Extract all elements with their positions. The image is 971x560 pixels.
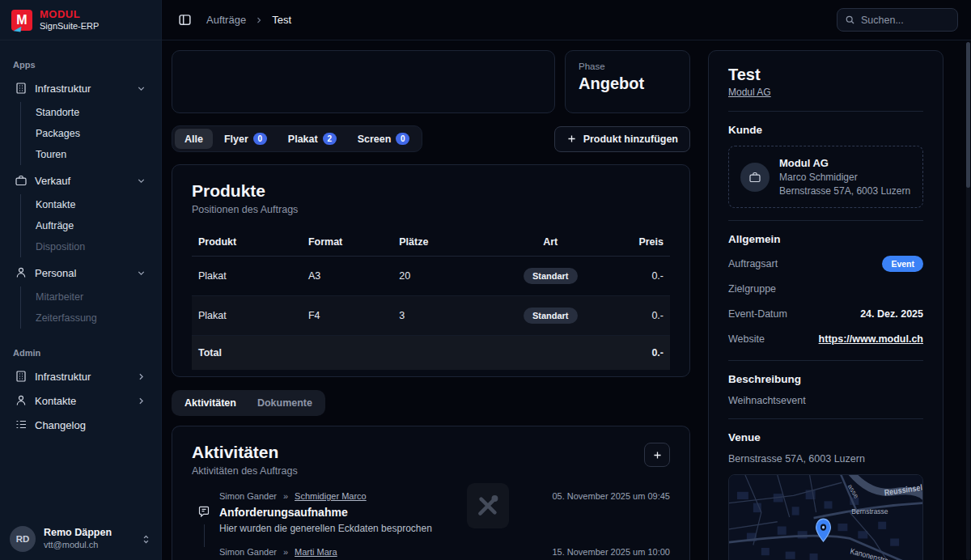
activity-from: Simon Gander [219,547,277,557]
sidebar-item-infrastruktur[interactable]: Infrastruktur [11,76,150,100]
brand-subtitle: SignSuite-ERP [40,21,99,31]
products-table: Produkt Format Plätze Art Preis Plakat A… [192,228,670,370]
nav-section-admin: Admin [13,348,150,358]
add-activity-button[interactable] [644,443,670,467]
user-icon [15,394,28,407]
activity-to-link[interactable]: Schmidiger Marco [295,491,367,501]
col-plaetze: Plätze [392,228,502,257]
search-icon [845,15,855,25]
count-badge: 2 [323,133,337,145]
page-scrollbar[interactable] [966,42,970,560]
activity-item: Simon Gander » Schmidiger Marco 05. Nove… [192,491,670,547]
cell-produkt: Plakat [192,257,302,296]
sidebar-item-kontakte[interactable]: Kontakte [36,194,150,215]
phase-label: Phase [579,62,676,71]
detail-card: Test Modul AG Kunde Modul AG Marco Schmi… [708,50,943,560]
plus-icon [652,450,663,460]
tab-label: Flyer [224,134,248,145]
tab-label: Screen [358,134,392,145]
add-product-label: Produkt hinzufügen [583,134,678,145]
user-name: Remo Däppen [44,527,133,540]
products-title: Produkte [192,181,670,201]
website-link[interactable]: https://www.modul.ch [819,333,923,345]
section-tabs: Aktivitäten Dokumente [172,390,325,416]
sidebar-toggle-button[interactable] [175,10,195,30]
sidebar-item-zeiterfassung[interactable]: Zeiterfassung [36,308,150,329]
chevron-right-icon [136,371,146,382]
chevron-down-icon [136,176,146,186]
sidebar-item-disposition[interactable]: Disposition [36,236,150,257]
nav-section-apps: Apps [13,60,150,70]
order-detail-panel: Test Modul AG Kunde Modul AG Marco Schmi… [698,40,971,560]
sidebar-item-personal[interactable]: Personal [11,261,150,285]
activities-title: Aktivitäten [192,443,298,462]
activity-to-link[interactable]: Marti Mara [295,547,337,557]
sidebar-item-label: Changelog [35,419,146,431]
sidebar-item-admin-infrastruktur[interactable]: Infrastruktur [11,364,150,388]
order-main-column: Phase Angebot Alle Flyer 0 Plakat 2 [162,40,698,560]
breadcrumb-current: Test [272,14,291,26]
customer-card[interactable]: Modul AG Marco Schmidiger Bernstrasse 57… [728,146,923,208]
venue-address: Bernstrasse 57A, 6003 Luzern [728,453,923,465]
art-badge: Standart [524,308,578,324]
sidebar-item-auftraege[interactable]: Aufträge [36,215,150,236]
count-badge: 0 [396,133,409,145]
table-header-row: Produkt Format Plätze Art Preis [192,228,670,257]
sidebar-item-changelog[interactable]: Changelog [11,413,150,437]
panel-left-icon [178,13,192,27]
detail-row-zielgruppe: Zielgruppe [728,280,923,298]
table-total-row: Total 0.- [192,336,670,371]
brand[interactable]: M MODUL SignSuite-ERP [0,0,161,40]
beschreibung-text: Weihnachtsevent [728,395,923,406]
user-email: vtt@modul.ch [44,540,133,551]
phase-card: Phase Angebot [565,50,690,113]
products-card: Produkte Positionen des Auftrags Produkt… [172,164,690,377]
col-preis: Preis [598,228,670,257]
activity-date: 05. November 2025 um 09:45 [552,491,670,501]
brand-logo-icon: M [11,10,32,31]
tab-dokumente[interactable]: Dokumente [248,393,322,413]
cell-format: F4 [302,296,392,336]
add-product-button[interactable]: Produkt hinzufügen [554,126,690,152]
breadcrumb-parent[interactable]: Aufträge [206,14,246,26]
activities-subtitle: Aktivitäten des Auftrags [192,465,298,477]
divider [728,418,923,419]
table-row[interactable]: Plakat F4 3 Standart 0.- [192,296,670,336]
activity-title: Anforderungsaufnahme [219,506,670,519]
sidebar-item-mitarbeiter[interactable]: Mitarbeiter [36,286,150,308]
user-menu[interactable]: RD Remo Däppen vtt@modul.ch [0,518,161,560]
search-box[interactable] [837,8,958,32]
venue-heading: Venue [728,431,923,443]
sidebar-item-packages[interactable]: Packages [36,123,150,144]
table-row[interactable]: Plakat A3 20 Standart 0.- [192,257,670,296]
tab-flyer[interactable]: Flyer 0 [214,129,277,149]
sidebar-item-standorte[interactable]: Standorte [36,102,150,123]
message-square-icon [197,505,210,518]
tab-plakat[interactable]: Plakat 2 [278,129,346,149]
sidebar-item-admin-kontakte[interactable]: Kontakte [11,388,150,413]
double-chevron-separator: » [283,547,288,557]
tab-alle[interactable]: Alle [175,129,213,149]
activities-card: Aktivitäten Aktivitäten des Auftrags [172,426,690,560]
tab-label: Plakat [288,134,318,145]
tab-aktivitaeten[interactable]: Aktivitäten [175,393,246,413]
briefcase-icon [740,163,770,192]
sidebar-item-verkauf[interactable]: Verkauf [11,168,150,193]
sidebar: M MODUL SignSuite-ERP Apps Infrastruktur… [0,0,162,560]
detail-row-website: Website https://www.modul.ch [728,330,923,348]
total-value: 0.- [598,336,670,371]
chevron-right-icon [254,15,264,25]
customer-address: Bernstrasse 57A, 6003 Luzern [779,185,910,197]
row-label: Zielgruppe [728,283,776,295]
sidebar-item-touren[interactable]: Touren [36,144,150,165]
chevron-right-icon [136,396,146,406]
brand-name: MODUL [40,9,99,20]
total-label: Total [192,336,302,371]
divider [728,220,923,221]
company-link[interactable]: Modul AG [728,87,771,98]
venue-map[interactable]: Reussinsel asse Bernstrasse Kanonenstras… [728,474,923,560]
tab-screen[interactable]: Screen 0 [348,129,420,149]
event-badge: Event [882,256,923,272]
chevrons-up-down-icon [141,534,151,545]
search-input[interactable] [861,15,950,26]
